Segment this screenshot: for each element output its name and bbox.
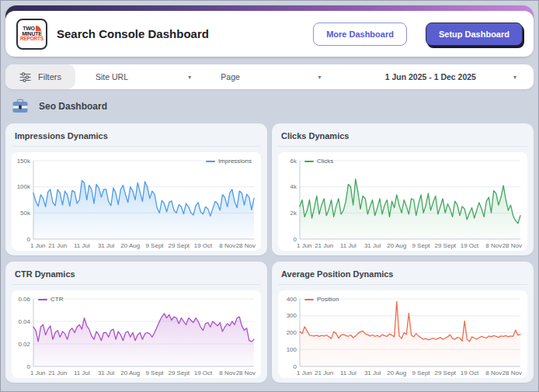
svg-text:8 Nov: 8 Nov [219, 242, 235, 249]
svg-text:19 Oct: 19 Oct [461, 242, 479, 249]
position-chart-card: Position 01002003004001 Jun21 Jun11 Jul3… [278, 290, 527, 378]
logo-line3: REPORTS [20, 36, 43, 42]
page-label: Page [221, 72, 240, 82]
svg-text:8 Nov: 8 Nov [219, 369, 235, 376]
svg-text:1 Jun: 1 Jun [297, 369, 312, 376]
svg-text:29 Sept: 29 Sept [169, 369, 190, 376]
svg-text:9 Sept: 9 Sept [145, 369, 164, 376]
header-bar: TWO MINUTE REPORTS Search Console Dashbo… [5, 11, 534, 57]
header-card: TWO MINUTE REPORTS Search Console Dashbo… [5, 5, 534, 57]
dashboard-page: TWO MINUTE REPORTS Search Console Dashbo… [0, 0, 539, 392]
svg-text:29 Sept: 29 Sept [435, 369, 457, 376]
svg-text:31 Jul: 31 Jul [364, 242, 381, 249]
svg-text:31 Jul: 31 Jul [98, 242, 115, 249]
svg-text:0.02: 0.02 [18, 341, 30, 348]
briefcase-icon [12, 99, 29, 114]
more-dashboard-button[interactable]: More Dashboard [313, 23, 407, 46]
svg-text:300: 300 [287, 312, 297, 319]
svg-text:11 Jul: 11 Jul [340, 242, 356, 249]
date-range-dropdown[interactable]: 1 Jun 2025 - 1 Dec 2025 ▾ [331, 64, 534, 89]
svg-text:29 Sept: 29 Sept [435, 242, 457, 249]
sliders-icon [19, 72, 31, 82]
page-dropdown[interactable]: Page ▾ [200, 64, 330, 89]
site-url-label: Site URL [96, 72, 128, 82]
svg-text:31 Jul: 31 Jul [98, 369, 115, 376]
legend-swatch [304, 299, 314, 300]
position-chart: 01002003004001 Jun21 Jun11 Jul31 Jul20 A… [278, 290, 527, 378]
legend-label: Position [317, 296, 339, 303]
svg-text:400: 400 [287, 296, 297, 303]
svg-text:8 Nov: 8 Nov [485, 369, 502, 376]
clicks-chart: 02k4k6k1 Jun21 Jun11 Jul31 Jul20 Aug9 Se… [278, 152, 527, 251]
legend-label: CTR [50, 296, 63, 303]
filter-bar: Filters Site URL ▾ Page ▾ 1 Jun 2025 - 1… [5, 64, 534, 89]
svg-text:21 Jun: 21 Jun [315, 242, 333, 249]
chevron-down-icon: ▾ [318, 74, 322, 81]
setup-dashboard-button[interactable]: Setup Dashboard [426, 23, 523, 46]
svg-text:100: 100 [287, 346, 297, 353]
filters-button[interactable]: Filters [5, 64, 75, 89]
svg-text:20 Aug: 20 Aug [387, 242, 406, 249]
page-title: Search Console Dashboard [57, 27, 304, 40]
svg-text:9 Sept: 9 Sept [412, 369, 430, 376]
svg-text:11 Jul: 11 Jul [340, 369, 356, 376]
svg-text:9 Sept: 9 Sept [145, 242, 164, 249]
legend-label: Clicks [317, 158, 333, 165]
chevron-down-icon: ▾ [188, 74, 191, 81]
logo-line1: TWO [23, 26, 35, 31]
clicks-chart-card: Clicks 02k4k6k1 Jun21 Jun11 Jul31 Jul20 … [278, 152, 527, 251]
svg-text:11 Jul: 11 Jul [74, 369, 90, 376]
site-url-dropdown[interactable]: Site URL ▾ [75, 64, 200, 89]
svg-text:28 Nov: 28 Nov [502, 242, 522, 249]
panel-title: Clicks Dynamics [278, 130, 527, 147]
svg-text:9 Sept: 9 Sept [412, 242, 430, 249]
svg-text:1 Jun: 1 Jun [297, 242, 312, 249]
svg-text:4k: 4k [290, 183, 297, 190]
panel-title: Average Position Dynamics [278, 268, 527, 285]
legend-swatch [304, 161, 314, 162]
svg-text:20 Aug: 20 Aug [120, 369, 140, 376]
svg-text:19 Oct: 19 Oct [194, 369, 213, 376]
svg-text:2k: 2k [290, 210, 297, 217]
clicks-panel: Clicks Dynamics Clicks 02k4k6k1 Jun21 Ju… [272, 123, 534, 255]
svg-text:1 Jun: 1 Jun [30, 369, 46, 376]
chart-legend: Clicks [304, 158, 333, 165]
svg-text:21 Jun: 21 Jun [48, 242, 67, 249]
svg-text:0.06: 0.06 [18, 296, 30, 303]
svg-text:100k: 100k [17, 183, 31, 190]
svg-text:0.04: 0.04 [18, 318, 30, 325]
svg-text:200: 200 [287, 329, 297, 336]
legend-swatch [206, 161, 215, 162]
svg-text:20 Aug: 20 Aug [387, 369, 406, 376]
svg-text:31 Jul: 31 Jul [364, 369, 381, 376]
svg-text:29 Sept: 29 Sept [169, 242, 190, 249]
chart-legend: Position [304, 296, 339, 303]
ctr-chart: 00.020.040.061 Jun21 Jun11 Jul31 Jul20 A… [12, 290, 261, 378]
svg-text:28 Nov: 28 Nov [502, 369, 522, 376]
svg-text:28 Nov: 28 Nov [236, 242, 256, 249]
panel-title: CTR Dynamics [12, 268, 261, 285]
svg-text:21 Jun: 21 Jun [48, 369, 67, 376]
chart-legend: Impressions [206, 158, 252, 165]
impressions-chart: 050k100k150k1 Jun21 Jun11 Jul31 Jul20 Au… [12, 152, 261, 251]
ctr-chart-card: CTR 00.020.040.061 Jun21 Jun11 Jul31 Jul… [12, 290, 261, 378]
chart-legend: CTR [38, 296, 63, 303]
legend-swatch [38, 299, 47, 300]
panel-title: Impressions Dynamics [12, 130, 261, 147]
charts-grid: Impressions Dynamics Impressions 050k100… [5, 123, 534, 383]
impressions-panel: Impressions Dynamics Impressions 050k100… [5, 123, 267, 255]
date-range-value: 1 Jun 2025 - 1 Dec 2025 [348, 72, 513, 82]
section-header: Seo Dashboard [12, 95, 534, 117]
svg-text:21 Jun: 21 Jun [315, 369, 333, 376]
filters-label: Filters [38, 72, 61, 82]
section-title: Seo Dashboard [39, 101, 107, 112]
svg-text:150k: 150k [17, 158, 31, 165]
position-panel: Average Position Dynamics Position 01002… [272, 262, 534, 383]
svg-text:1 Jun: 1 Jun [30, 242, 46, 249]
svg-text:20 Aug: 20 Aug [120, 242, 140, 249]
svg-text:6k: 6k [290, 158, 297, 165]
impressions-chart-card: Impressions 050k100k150k1 Jun21 Jun11 Ju… [12, 152, 261, 251]
svg-text:19 Oct: 19 Oct [461, 369, 479, 376]
brand-logo: TWO MINUTE REPORTS [16, 19, 47, 50]
svg-text:28 Nov: 28 Nov [236, 369, 256, 376]
